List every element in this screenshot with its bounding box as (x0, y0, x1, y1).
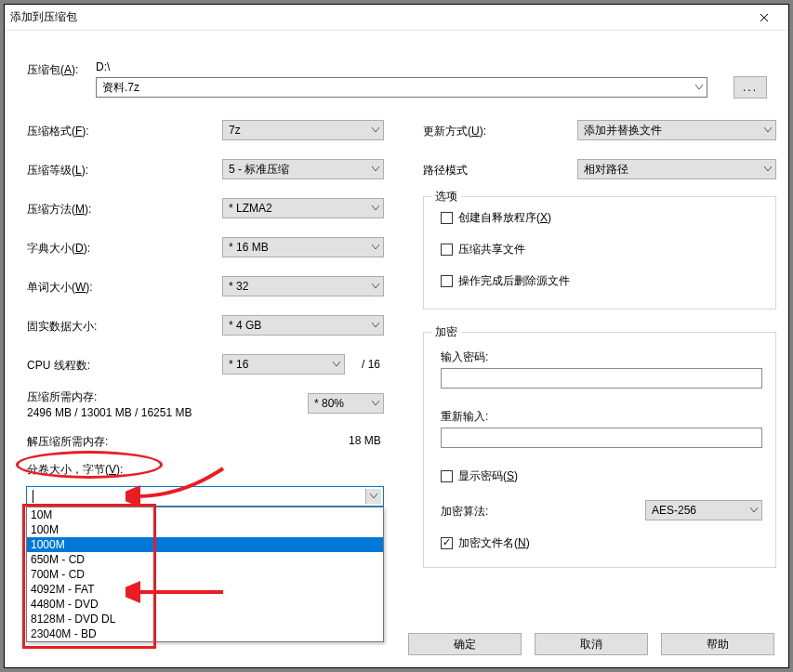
window-title: 添加到压缩包 (10, 9, 746, 25)
cpu-value: * 16 (229, 358, 248, 371)
archive-path: D:\ (96, 60, 110, 73)
pathmode-value: 相对路径 (584, 162, 628, 178)
archive-name-input[interactable]: 资料.7z (96, 77, 707, 98)
chevron-down-icon (372, 166, 379, 172)
word-value: * 32 (229, 280, 248, 293)
volume-option[interactable]: 700M - CD (27, 567, 383, 582)
pathmode-select[interactable]: 相对路径 (577, 159, 776, 179)
delsrc-label: 操作完成后删除源文件 (458, 273, 570, 289)
memdecomp-value: 18 MB (349, 434, 381, 447)
cancel-button[interactable]: 取消 (535, 633, 648, 655)
volume-dropdown-list: 10M100M1000M650M - CD700M - CD4092M - FA… (26, 507, 384, 642)
update-select[interactable]: 添加并替换文件 (577, 120, 776, 140)
sfx-label: 创建自释放程序(X) (458, 210, 551, 226)
password-label: 输入密码: (441, 349, 488, 365)
chevron-down-icon (333, 362, 340, 367)
volume-option[interactable]: 1000M (27, 537, 383, 552)
level-label: 压缩等级(L): (27, 163, 88, 178)
cpu-select[interactable]: * 16 (222, 354, 345, 375)
showpw-checkbox-row[interactable]: 显示密码(S) (441, 468, 518, 484)
archive-name-value: 资料.7z (102, 80, 139, 96)
format-select[interactable]: 7z (222, 120, 384, 140)
dict-value: * 16 MB (229, 241, 269, 254)
encnames-label: 加密文件名(N) (458, 535, 530, 551)
dict-select[interactable]: * 16 MB (222, 237, 384, 257)
volume-option[interactable]: 8128M - DVD DL (27, 612, 383, 626)
memdecomp-label: 解压缩所需内存: (27, 434, 108, 450)
method-value: * LZMA2 (229, 202, 272, 215)
memcomp-value: 2496 MB / 13001 MB / 16251 MB (27, 406, 192, 419)
solid-label: 固实数据大小: (27, 319, 97, 335)
showpw-checkbox[interactable] (441, 470, 453, 482)
sfx-checkbox[interactable] (441, 212, 453, 224)
method-select[interactable]: * LZMA2 (222, 198, 384, 218)
password2-label: 重新输入: (441, 409, 488, 425)
share-checkbox-row[interactable]: 压缩共享文件 (441, 242, 525, 257)
browse-button[interactable]: ... (734, 76, 767, 99)
password-input[interactable] (441, 368, 762, 389)
chevron-down-icon (370, 494, 377, 499)
close-icon (760, 13, 769, 22)
archive-label: 压缩包(A): (27, 62, 78, 78)
format-value: 7z (229, 124, 241, 137)
volume-option[interactable]: 650M - CD (27, 552, 383, 567)
ok-button[interactable]: 确定 (408, 633, 522, 655)
dialog-window: 添加到压缩包 压缩包(A): D:\ 资料.7z ... 压缩格式(F): 7z… (4, 4, 789, 668)
pathmode-label: 路径模式 (423, 163, 468, 178)
chevron-down-icon (764, 127, 772, 133)
encryption-fieldset: 加密 输入密码: 重新输入: 显示密码(S) 加密算法: AES-256 加密文… (423, 332, 776, 568)
volume-dropdown-button[interactable] (365, 489, 381, 504)
chevron-down-icon (372, 244, 379, 250)
algo-value: AES-256 (652, 504, 696, 517)
volume-option[interactable]: 4092M - FAT (27, 582, 383, 597)
chevron-down-icon (372, 127, 379, 133)
showpw-label: 显示密码(S) (458, 468, 518, 484)
close-button[interactable] (746, 7, 783, 29)
delsrc-checkbox[interactable] (441, 275, 453, 287)
dict-label: 字典大小(D): (27, 241, 90, 257)
dialog-content: 压缩包(A): D:\ 资料.7z ... 压缩格式(F): 7z 压缩等级(L… (5, 31, 788, 667)
volume-input-value (29, 489, 365, 504)
chevron-down-icon (695, 85, 703, 90)
chevron-down-icon (372, 401, 379, 406)
mempct-value: * 80% (314, 397, 344, 410)
algo-select[interactable]: AES-256 (645, 500, 762, 520)
help-button[interactable]: 帮助 (661, 633, 774, 655)
volume-combobox[interactable] (26, 486, 384, 507)
encnames-checkbox[interactable] (441, 537, 453, 549)
delsrc-checkbox-row[interactable]: 操作完成后删除源文件 (441, 273, 570, 289)
update-label: 更新方式(U): (423, 124, 486, 139)
sfx-checkbox-row[interactable]: 创建自释放程序(X) (441, 210, 551, 226)
volume-option[interactable]: 4480M - DVD (27, 597, 383, 612)
level-select[interactable]: 5 - 标准压缩 (222, 159, 384, 179)
word-label: 单词大小(W): (27, 280, 93, 296)
share-label: 压缩共享文件 (458, 242, 525, 257)
password2-input[interactable] (441, 428, 762, 448)
chevron-down-icon (372, 205, 379, 211)
chevron-down-icon (750, 507, 758, 513)
chevron-down-icon (372, 283, 379, 289)
cpu-label: CPU 线程数: (27, 358, 90, 374)
memcomp-label: 压缩所需内存: (27, 389, 97, 405)
volume-label: 分卷大小，字节(V): (27, 462, 123, 478)
update-value: 添加并替换文件 (584, 123, 662, 138)
word-select[interactable]: * 32 (222, 276, 384, 296)
solid-select[interactable]: * 4 GB (222, 315, 384, 336)
share-checkbox[interactable] (441, 244, 453, 256)
encnames-checkbox-row[interactable]: 加密文件名(N) (441, 535, 530, 551)
method-label: 压缩方法(M): (27, 202, 91, 217)
options-fieldset: 选项 创建自释放程序(X) 压缩共享文件 操作完成后删除源文件 (423, 196, 776, 310)
encryption-legend: 加密 (431, 324, 461, 340)
mempct-select[interactable]: * 80% (308, 393, 384, 414)
chevron-down-icon (764, 166, 772, 172)
text-cursor (33, 490, 33, 503)
titlebar: 添加到压缩包 (5, 5, 788, 31)
volume-option[interactable]: 10M (27, 507, 383, 522)
volume-option[interactable]: 100M (27, 522, 383, 537)
solid-value: * 4 GB (229, 319, 261, 332)
format-label: 压缩格式(F): (27, 124, 89, 139)
options-legend: 选项 (431, 189, 461, 204)
volume-option[interactable]: 23040M - BD (27, 626, 383, 641)
algo-label: 加密算法: (441, 504, 488, 520)
level-value: 5 - 标准压缩 (229, 162, 289, 178)
